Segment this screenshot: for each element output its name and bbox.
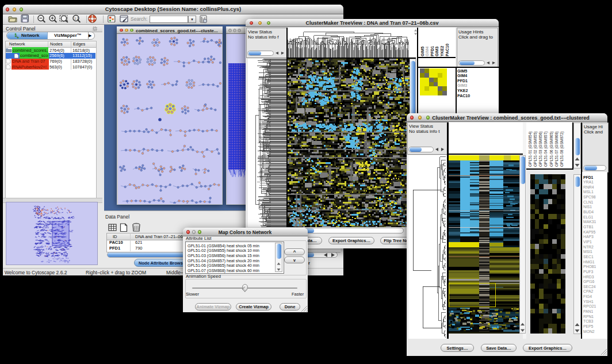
- svg-text:GPL51-07 (GSM868): GPL51-07 (GSM868): [554, 132, 559, 167]
- svg-text:GIM5: GIM5: [420, 47, 424, 56]
- svg-text:GIM3: GIM3: [435, 47, 439, 56]
- svg-text:PAC10: PAC10: [445, 44, 449, 56]
- svg-text:PFD1: PFD1: [430, 46, 434, 56]
- svg-text:GPL51-02 (GSM855): GPL51-02 (GSM855): [533, 132, 538, 167]
- svg-text:GPL51-04 (GSM857): GPL51-04 (GSM857): [544, 132, 548, 167]
- svg-text:GIM4: GIM4: [425, 47, 429, 56]
- svg-text:YKE2: YKE2: [440, 46, 444, 56]
- svg-text:GPL51-01 (GSM854): GPL51-01 (GSM854): [528, 132, 533, 167]
- svg-text:GPL51-08 (GSM872): GPL51-08 (GSM872): [560, 132, 564, 167]
- svg-text:GPL51-06 (GSM865): GPL51-06 (GSM865): [549, 132, 554, 167]
- svg-text:GPL51-03 (GSM856): GPL51-03 (GSM856): [538, 132, 543, 167]
